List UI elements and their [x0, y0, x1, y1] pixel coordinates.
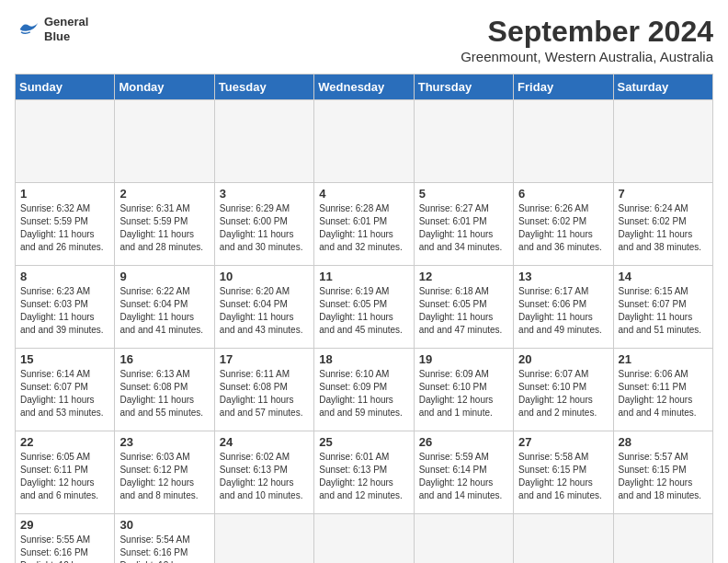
calendar-week-row: 29Sunrise: 5:55 AMSunset: 6:16 PMDayligh… [16, 514, 713, 564]
day-info: Sunrise: 6:23 AMSunset: 6:03 PMDaylight:… [20, 285, 109, 337]
calendar-cell: 14Sunrise: 6:15 AMSunset: 6:07 PMDayligh… [613, 266, 712, 349]
day-number: 28 [619, 435, 708, 449]
day-number: 27 [518, 435, 608, 449]
calendar-cell [314, 514, 414, 564]
day-number: 19 [419, 352, 508, 366]
day-info: Sunrise: 6:27 AMSunset: 6:01 PMDaylight:… [419, 202, 508, 254]
calendar-cell: 8Sunrise: 6:23 AMSunset: 6:03 PMDaylight… [16, 266, 115, 349]
calendar-cell [613, 514, 712, 564]
logo-icon [15, 17, 40, 42]
calendar-cell: 23Sunrise: 6:03 AMSunset: 6:12 PMDayligh… [115, 431, 214, 514]
calendar-cell: 1Sunrise: 6:32 AMSunset: 5:59 PMDaylight… [16, 183, 115, 266]
day-header-wednesday: Wednesday [314, 75, 414, 100]
day-info: Sunrise: 6:24 AMSunset: 6:02 PMDaylight:… [619, 202, 708, 254]
calendar-body: 1Sunrise: 6:32 AMSunset: 5:59 PMDaylight… [16, 100, 713, 564]
day-info: Sunrise: 6:13 AMSunset: 6:08 PMDaylight:… [119, 368, 209, 419]
calendar-cell: 2Sunrise: 6:31 AMSunset: 5:59 PMDaylight… [115, 183, 214, 266]
calendar-cell: 7Sunrise: 6:24 AMSunset: 6:02 PMDaylight… [613, 183, 712, 266]
calendar-cell: 10Sunrise: 6:20 AMSunset: 6:04 PMDayligh… [214, 266, 313, 349]
calendar-cell [314, 100, 414, 183]
title-area: September 2024 Greenmount, Western Austr… [461, 15, 713, 64]
day-info: Sunrise: 6:18 AMSunset: 6:05 PMDaylight:… [419, 285, 508, 337]
day-number: 29 [20, 518, 109, 532]
calendar-cell: 17Sunrise: 6:11 AMSunset: 6:08 PMDayligh… [214, 349, 313, 431]
calendar-cell [115, 100, 214, 183]
day-header-tuesday: Tuesday [214, 75, 313, 100]
day-info: Sunrise: 6:29 AMSunset: 6:00 PMDaylight:… [220, 202, 309, 254]
calendar-cell: 6Sunrise: 6:26 AMSunset: 6:02 PMDaylight… [514, 183, 613, 266]
calendar-cell: 9Sunrise: 6:22 AMSunset: 6:04 PMDaylight… [115, 266, 214, 349]
calendar-cell: 26Sunrise: 5:59 AMSunset: 6:14 PMDayligh… [414, 431, 513, 514]
day-number: 21 [619, 352, 708, 366]
day-info: Sunrise: 6:19 AMSunset: 6:05 PMDaylight:… [319, 285, 408, 337]
day-header-monday: Monday [115, 75, 214, 100]
day-info: Sunrise: 6:26 AMSunset: 6:02 PMDaylight:… [518, 202, 608, 254]
day-number: 5 [419, 187, 508, 201]
day-info: Sunrise: 6:10 AMSunset: 6:09 PMDaylight:… [319, 368, 408, 419]
calendar-cell [16, 100, 115, 183]
calendar-cell: 25Sunrise: 6:01 AMSunset: 6:13 PMDayligh… [314, 431, 414, 514]
calendar-cell: 13Sunrise: 6:17 AMSunset: 6:06 PMDayligh… [514, 266, 613, 349]
calendar-cell: 28Sunrise: 5:57 AMSunset: 6:15 PMDayligh… [613, 431, 712, 514]
calendar-cell: 22Sunrise: 6:05 AMSunset: 6:11 PMDayligh… [16, 431, 115, 514]
day-number: 2 [119, 187, 209, 201]
day-info: Sunrise: 6:32 AMSunset: 5:59 PMDaylight:… [20, 202, 109, 254]
day-number: 9 [119, 270, 209, 283]
calendar-table: SundayMondayTuesdayWednesdayThursdayFrid… [15, 74, 713, 563]
calendar-cell: 5Sunrise: 6:27 AMSunset: 6:01 PMDaylight… [414, 183, 513, 266]
calendar-cell: 3Sunrise: 6:29 AMSunset: 6:00 PMDaylight… [214, 183, 313, 266]
day-number: 23 [119, 435, 209, 449]
calendar-cell: 30Sunrise: 5:54 AMSunset: 6:16 PMDayligh… [115, 514, 214, 564]
day-number: 20 [518, 352, 608, 366]
day-info: Sunrise: 6:14 AMSunset: 6:07 PMDaylight:… [20, 368, 109, 419]
day-number: 11 [319, 270, 408, 283]
day-info: Sunrise: 5:55 AMSunset: 6:16 PMDaylight:… [20, 534, 109, 563]
day-number: 3 [220, 187, 309, 201]
day-number: 30 [119, 518, 209, 532]
day-header-friday: Friday [514, 75, 613, 100]
calendar-week-row: 15Sunrise: 6:14 AMSunset: 6:07 PMDayligh… [16, 349, 713, 431]
day-info: Sunrise: 6:09 AMSunset: 6:10 PMDaylight:… [419, 368, 508, 419]
calendar-cell [613, 100, 712, 183]
day-number: 12 [419, 270, 508, 283]
calendar-cell: 4Sunrise: 6:28 AMSunset: 6:01 PMDaylight… [314, 183, 414, 266]
day-info: Sunrise: 6:17 AMSunset: 6:06 PMDaylight:… [518, 285, 608, 337]
header: General Blue September 2024 Greenmount, … [15, 15, 713, 64]
calendar-cell [214, 100, 313, 183]
calendar-header-row: SundayMondayTuesdayWednesdayThursdayFrid… [16, 75, 713, 100]
calendar-cell: 21Sunrise: 6:06 AMSunset: 6:11 PMDayligh… [613, 349, 712, 431]
day-number: 16 [119, 352, 209, 366]
day-info: Sunrise: 6:28 AMSunset: 6:01 PMDaylight:… [319, 202, 408, 254]
month-title: September 2024 [461, 15, 713, 49]
day-info: Sunrise: 6:06 AMSunset: 6:11 PMDaylight:… [619, 368, 708, 419]
calendar-cell: 16Sunrise: 6:13 AMSunset: 6:08 PMDayligh… [115, 349, 214, 431]
logo-text: General Blue [44, 15, 88, 43]
day-number: 13 [518, 270, 608, 283]
day-info: Sunrise: 6:22 AMSunset: 6:04 PMDaylight:… [119, 285, 209, 337]
day-number: 24 [220, 435, 309, 449]
day-number: 4 [319, 187, 408, 201]
calendar-cell: 15Sunrise: 6:14 AMSunset: 6:07 PMDayligh… [16, 349, 115, 431]
day-number: 10 [220, 270, 309, 283]
day-info: Sunrise: 5:54 AMSunset: 6:16 PMDaylight:… [119, 534, 209, 563]
day-info: Sunrise: 5:57 AMSunset: 6:15 PMDaylight:… [619, 451, 708, 502]
calendar-cell [414, 514, 513, 564]
calendar-cell: 19Sunrise: 6:09 AMSunset: 6:10 PMDayligh… [414, 349, 513, 431]
day-info: Sunrise: 6:20 AMSunset: 6:04 PMDaylight:… [220, 285, 309, 337]
calendar-cell: 11Sunrise: 6:19 AMSunset: 6:05 PMDayligh… [314, 266, 414, 349]
calendar-cell [414, 100, 513, 183]
day-info: Sunrise: 5:58 AMSunset: 6:15 PMDaylight:… [518, 451, 608, 502]
calendar-week-row: 1Sunrise: 6:32 AMSunset: 5:59 PMDaylight… [16, 183, 713, 266]
calendar-cell: 18Sunrise: 6:10 AMSunset: 6:09 PMDayligh… [314, 349, 414, 431]
calendar-cell: 29Sunrise: 5:55 AMSunset: 6:16 PMDayligh… [16, 514, 115, 564]
calendar-cell: 27Sunrise: 5:58 AMSunset: 6:15 PMDayligh… [514, 431, 613, 514]
day-number: 25 [319, 435, 408, 449]
day-number: 17 [220, 352, 309, 366]
location: Greenmount, Western Australia, Australia [461, 49, 713, 64]
day-info: Sunrise: 6:02 AMSunset: 6:13 PMDaylight:… [220, 451, 309, 502]
day-info: Sunrise: 6:11 AMSunset: 6:08 PMDaylight:… [220, 368, 309, 419]
day-number: 18 [319, 352, 408, 366]
day-info: Sunrise: 6:05 AMSunset: 6:11 PMDaylight:… [20, 451, 109, 502]
calendar-cell: 12Sunrise: 6:18 AMSunset: 6:05 PMDayligh… [414, 266, 513, 349]
day-info: Sunrise: 6:03 AMSunset: 6:12 PMDaylight:… [119, 451, 209, 502]
